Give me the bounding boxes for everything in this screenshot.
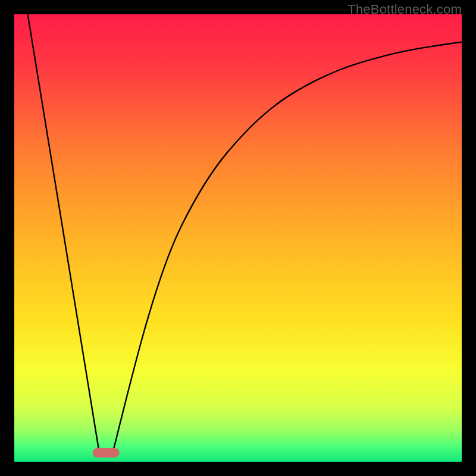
bottom-pill [93,448,120,458]
chart-frame [14,14,462,462]
marker-layer [93,448,120,458]
chart-svg [14,14,462,462]
gradient-background [14,14,462,462]
